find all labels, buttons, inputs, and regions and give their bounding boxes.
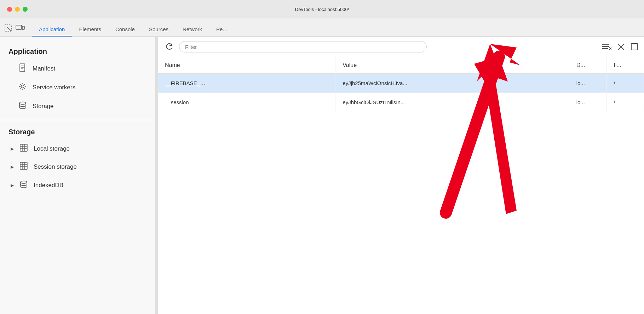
cookie-r-1: /	[606, 93, 644, 112]
local-storage-label: Local storage	[34, 145, 70, 152]
manifest-label: Manifest	[33, 65, 55, 72]
expand-arrow-indexeddb: ▶	[11, 183, 14, 188]
filter-input[interactable]	[179, 41, 427, 52]
tabbar: Application Elements Console Sources Net…	[0, 18, 644, 37]
sidebar-divider	[0, 120, 155, 120]
storage-app-icon	[18, 101, 27, 111]
traffic-lights	[7, 7, 28, 12]
tab-network[interactable]: Network	[176, 23, 209, 37]
cookie-r-0: /	[606, 74, 644, 93]
refresh-button[interactable]	[163, 41, 175, 52]
indexeddb-icon	[19, 180, 28, 190]
storage-section-title: Storage	[0, 124, 155, 140]
service-workers-label: Service workers	[33, 84, 75, 91]
local-storage-icon	[19, 144, 28, 153]
storage-app-label: Storage	[33, 103, 54, 110]
svg-rect-10	[20, 144, 27, 151]
manifest-icon	[18, 63, 27, 74]
svg-point-9	[19, 102, 26, 105]
close-button[interactable]	[7, 7, 12, 12]
titlebar: DevTools - localhost:5000/	[0, 0, 644, 18]
close-panel-button[interactable]	[617, 43, 625, 51]
content-pane: Name Value D... F... __FIREBASE_… eyJjb2…	[158, 37, 644, 314]
tab-console[interactable]: Console	[108, 23, 142, 37]
col-header-d: D...	[569, 57, 606, 74]
sidebar-item-manifest[interactable]: Manifest	[0, 59, 155, 78]
expand-arrow-session: ▶	[11, 164, 14, 169]
svg-rect-4	[20, 64, 25, 72]
minimize-button[interactable]	[15, 7, 20, 12]
svg-rect-2	[16, 25, 22, 29]
device-toggle-icon[interactable]	[16, 24, 25, 34]
tab-sources[interactable]: Sources	[142, 23, 176, 37]
expand-arrow-local: ▶	[11, 146, 14, 151]
main-area: Application Manifest Service w	[0, 37, 644, 314]
svg-rect-3	[22, 26, 24, 29]
cookie-d-0: lo...	[569, 74, 606, 93]
session-storage-label: Session storage	[34, 163, 77, 170]
clear-filter-button[interactable]	[602, 43, 611, 51]
session-storage-icon	[19, 162, 28, 172]
sidebar-item-indexeddb[interactable]: ▶ IndexedDB	[0, 176, 155, 195]
svg-rect-28	[631, 44, 638, 50]
col-header-value: Value	[335, 57, 569, 74]
cookie-value-0: eyJjb25maWciOnsicHJva...	[335, 74, 569, 93]
svg-line-1	[7, 27, 11, 31]
svg-point-8	[21, 85, 24, 88]
app-section-title: Application	[0, 44, 155, 59]
indexeddb-label: IndexedDB	[34, 182, 63, 189]
tab-application[interactable]: Application	[32, 23, 72, 37]
table-row[interactable]: __session eyJhbGciOiJSUzI1NilsIn... lo..…	[158, 93, 644, 112]
svg-rect-15	[20, 162, 27, 169]
maximize-button[interactable]	[23, 7, 28, 12]
window-title: DevTools - localhost:5000/	[295, 7, 349, 12]
toolbar-actions	[602, 43, 638, 51]
cookie-value-1: eyJhbGciOiJSUzI1NilsIn...	[335, 93, 569, 112]
content-toolbar	[158, 37, 644, 57]
sidebar-item-storage-app[interactable]: Storage	[0, 97, 155, 116]
cookie-d-1: lo...	[569, 93, 606, 112]
tab-performance[interactable]: Pe...	[209, 23, 234, 37]
cookie-name-0: __FIREBASE_…	[158, 74, 335, 93]
devtools-icons	[4, 24, 25, 37]
sidebar-item-session-storage[interactable]: ▶ Session storage	[0, 158, 155, 176]
svg-point-20	[21, 181, 27, 184]
cookies-table: Name Value D... F... __FIREBASE_… eyJjb2…	[158, 57, 644, 314]
sidebar: Application Manifest Service w	[0, 37, 156, 314]
tab-elements[interactable]: Elements	[72, 23, 108, 37]
sidebar-item-local-storage[interactable]: ▶ Local storage	[0, 140, 155, 158]
sidebar-item-service-workers[interactable]: Service workers	[0, 78, 155, 97]
col-header-name: Name	[158, 57, 335, 74]
cookie-name-1: __session	[158, 93, 335, 112]
expand-button[interactable]	[631, 43, 638, 51]
col-header-r: F...	[606, 57, 644, 74]
service-workers-icon	[18, 82, 27, 92]
inspect-icon[interactable]	[4, 24, 12, 34]
table-row[interactable]: __FIREBASE_… eyJjb25maWciOnsicHJva... lo…	[158, 74, 644, 93]
